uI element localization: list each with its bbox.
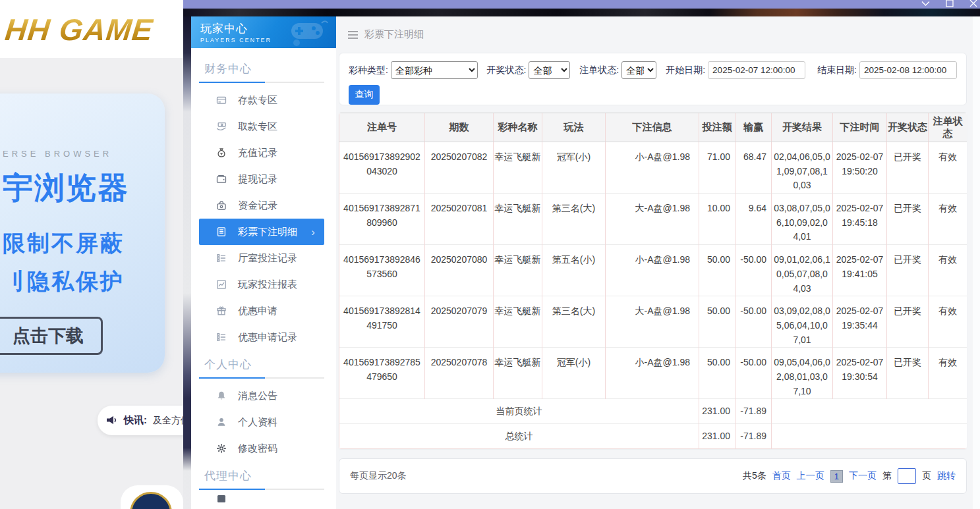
sidebar-item-label: 优惠申请记录 [238,331,297,344]
withdraw-hand-icon [216,121,227,132]
withdrawal-wallet-icon [216,174,227,184]
close-icon[interactable] [969,0,977,7]
chevron-down-icon[interactable] [921,1,930,7]
sidebar-item-取款专区[interactable]: 取款专区 [199,113,324,140]
column-header: 期数 [425,113,494,142]
table-cell: 20250207079 [425,296,494,348]
sidebar-item-优惠申请记录[interactable]: 优惠申请记录 [199,324,324,350]
sidebar-item-充值记录[interactable]: 充值记录 [199,140,324,166]
funds-purse-icon [216,200,227,211]
sidebar-item-label: 优惠申请 [238,305,277,317]
sidebar-item-label: 提现记录 [238,173,277,186]
gear-icon [216,443,227,454]
lottery-doc-icon [216,227,227,237]
main-content: 彩票下注明细 彩种类型: 全部彩种 开奖状态: 全部 注单状态: [336,16,980,509]
section-divider [199,377,324,379]
start-date-label: 开始日期: [666,65,705,76]
table-cell: 2025-02-07 19:35:44 [833,296,887,348]
table-cell: 大-A盘@1.98 [606,296,699,348]
table-cell: 大-A盘@1.98 [606,194,699,245]
table-cell: 有效 [929,296,967,348]
sidebar-item-玩家投注报表[interactable]: 玩家投注报表 [199,271,324,298]
query-button[interactable]: 查询 [349,85,380,105]
lottery-type-select[interactable]: 全部彩种 [391,61,478,79]
window-titlebar [183,0,980,9]
table-body: 40156917389290204302020250207082幸运飞艇新冠军(… [339,142,967,449]
summary-bet-total: 231.00 [699,399,735,424]
order-status-select[interactable]: 全部 [621,61,656,79]
page-number-input[interactable] [898,468,916,484]
jump-button[interactable]: 跳转 [937,470,956,482]
table-row: 40156917389281449175020250207079幸运飞艇新第三名… [339,296,967,348]
promo-gift-icon [216,306,227,316]
sidebar-item-彩票下注明细[interactable]: 彩票下注明细› [199,219,324,245]
table-cell: 09,05,04,06,02,08,01,03,07,10 [772,348,833,399]
sidebar-item-label: 存款专区 [238,94,277,107]
column-header: 彩种名称 [494,113,542,142]
pagination-bar: 每页显示20条 共5条 首页 上一页 1 下一页 第 页 跳转 [339,458,967,494]
table-cell: 71.00 [699,142,735,194]
table-cell: 401569173892871809960 [339,194,425,245]
start-date-input[interactable] [708,61,805,79]
sidebar-item-厅室投注记录[interactable]: 厅室投注记录 [199,245,324,271]
column-header: 投注额 [699,113,735,142]
table-cell: 有效 [929,245,967,296]
table-cell: 50.00 [699,245,735,296]
page-size-text: 每页显示20条 [350,470,407,482]
summary-empty [772,424,967,449]
maximize-icon[interactable] [946,0,954,7]
sidebar: 玩家中心 PLAYERS CENTER 财务中心存款专区取款专区充值记录提现记录… [191,16,336,509]
table-cell: 幸运飞艇新 [494,142,542,194]
sidebar-item-partial[interactable] [199,494,324,503]
floating-badge-logo [130,492,172,509]
column-header: 注单状态 [929,113,967,142]
summary-row: 总统计231.00-71.89 [339,424,967,449]
report-chart-icon [216,279,227,290]
table-cell: 已开奖 [887,194,929,245]
sidebar-item-消息公告[interactable]: 消息公告 [199,383,324,409]
first-page-link[interactable]: 首页 [772,470,791,482]
players-center-window: 玩家中心 PLAYERS CENTER 财务中心存款专区取款专区充值记录提现记录… [183,0,980,509]
table-cell: 10.00 [699,194,735,245]
table-cell: 401569173892902043020 [339,142,425,194]
table-cell: 有效 [929,194,967,245]
draw-status-select[interactable]: 全部 [529,61,570,79]
sidebar-item-存款专区[interactable]: 存款专区 [199,87,324,113]
filter-panel: 彩种类型: 全部彩种 开奖状态: 全部 注单状态: 全部 开始日期: [339,53,967,105]
section-divider [199,489,324,490]
column-header: 输赢 [735,113,772,142]
sidebar-item-提现记录[interactable]: 提现记录 [199,166,324,192]
sidebar-item-个人资料[interactable]: 个人资料 [199,409,324,435]
table-cell: 03,08,07,05,06,10,09,02,04,01 [772,194,833,245]
table-cell: 已开奖 [887,245,929,296]
sidebar-item-label: 修改密码 [238,442,277,455]
column-header: 开奖结果 [772,113,833,142]
browser-ad-banner: ERSE BROWSER 宇浏览器 限制不屏蔽 刂隐私保护 点击下载 [0,94,165,373]
table-cell: 有效 [929,142,967,194]
table-cell: 68.47 [735,142,772,194]
download-button[interactable]: 点击下载 [0,317,103,355]
end-date-input[interactable] [859,61,957,79]
gamepad-icon [289,19,330,48]
column-header: 下注时间 [833,113,887,142]
prev-page-link[interactable]: 上一页 [797,470,824,482]
table-cell: 小-A盘@1.98 [606,245,699,296]
section-heading: 个人中心 [199,350,324,376]
sidebar-item-修改密码[interactable]: 修改密码 [199,435,324,462]
section-heading: 代理中心 [199,462,324,487]
ticker-label: 快讯: [124,414,147,427]
page-title: 彩票下注明细 [364,28,424,41]
table-cell: 第五名(小) [542,245,606,296]
summary-winloss-total: -71.89 [735,424,772,449]
table-cell: 09,01,02,06,10,05,07,08,04,03 [772,245,833,296]
next-page-link[interactable]: 下一页 [849,470,877,482]
table-cell: 2025-02-07 19:41:05 [833,245,887,296]
table-cell: 幸运飞艇新 [494,348,542,399]
table-cell: 幸运飞艇新 [494,296,542,348]
hamburger-icon[interactable] [348,31,358,39]
dark-banner-strip [183,9,980,16]
table-header-row: 注单号期数彩种名称玩法下注信息投注额输赢开奖结果下注时间开奖状态注单状态 [339,113,967,142]
sidebar-item-label: 厅室投注记录 [238,252,297,265]
sidebar-item-优惠申请[interactable]: 优惠申请 [199,298,324,324]
sidebar-item-资金记录[interactable]: 资金记录 [199,192,324,219]
